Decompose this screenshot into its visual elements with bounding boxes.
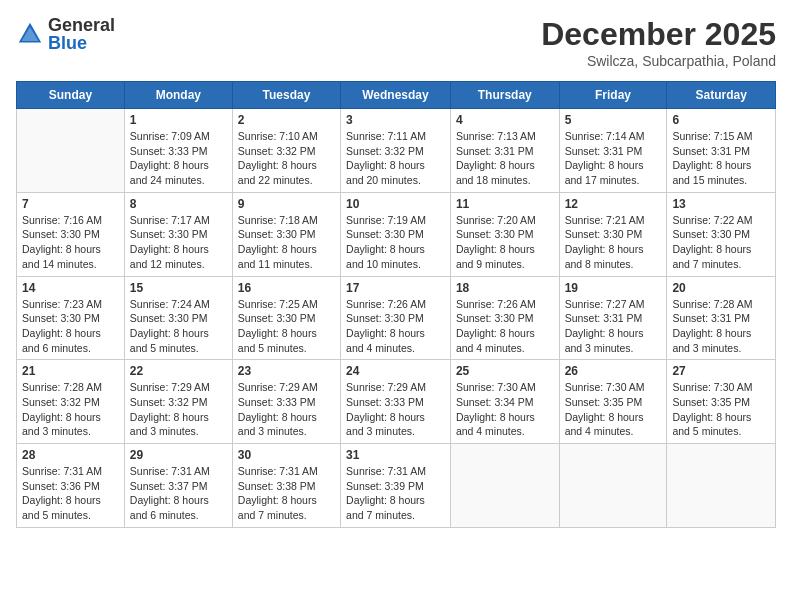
day-info: Sunrise: 7:31 AM Sunset: 3:38 PM Dayligh…: [238, 464, 335, 523]
day-info: Sunrise: 7:30 AM Sunset: 3:35 PM Dayligh…: [672, 380, 770, 439]
calendar-cell: [450, 444, 559, 528]
day-info: Sunrise: 7:28 AM Sunset: 3:32 PM Dayligh…: [22, 380, 119, 439]
calendar-cell: 16Sunrise: 7:25 AM Sunset: 3:30 PM Dayli…: [232, 276, 340, 360]
calendar-cell: 24Sunrise: 7:29 AM Sunset: 3:33 PM Dayli…: [341, 360, 451, 444]
day-number: 21: [22, 364, 119, 378]
day-info: Sunrise: 7:29 AM Sunset: 3:32 PM Dayligh…: [130, 380, 227, 439]
day-info: Sunrise: 7:29 AM Sunset: 3:33 PM Dayligh…: [346, 380, 445, 439]
calendar-cell: 2Sunrise: 7:10 AM Sunset: 3:32 PM Daylig…: [232, 109, 340, 193]
calendar-cell: 15Sunrise: 7:24 AM Sunset: 3:30 PM Dayli…: [124, 276, 232, 360]
day-number: 7: [22, 197, 119, 211]
day-number: 13: [672, 197, 770, 211]
day-number: 28: [22, 448, 119, 462]
day-number: 4: [456, 113, 554, 127]
day-number: 27: [672, 364, 770, 378]
calendar-cell: 1Sunrise: 7:09 AM Sunset: 3:33 PM Daylig…: [124, 109, 232, 193]
day-number: 20: [672, 281, 770, 295]
day-info: Sunrise: 7:18 AM Sunset: 3:30 PM Dayligh…: [238, 213, 335, 272]
day-info: Sunrise: 7:16 AM Sunset: 3:30 PM Dayligh…: [22, 213, 119, 272]
day-info: Sunrise: 7:10 AM Sunset: 3:32 PM Dayligh…: [238, 129, 335, 188]
calendar-cell: [667, 444, 776, 528]
calendar-cell: 9Sunrise: 7:18 AM Sunset: 3:30 PM Daylig…: [232, 192, 340, 276]
day-info: Sunrise: 7:26 AM Sunset: 3:30 PM Dayligh…: [346, 297, 445, 356]
day-number: 25: [456, 364, 554, 378]
day-number: 26: [565, 364, 662, 378]
calendar-cell: 13Sunrise: 7:22 AM Sunset: 3:30 PM Dayli…: [667, 192, 776, 276]
day-number: 31: [346, 448, 445, 462]
calendar-cell: 6Sunrise: 7:15 AM Sunset: 3:31 PM Daylig…: [667, 109, 776, 193]
weekday-header: Wednesday: [341, 82, 451, 109]
logo-blue-text: Blue: [48, 34, 115, 52]
day-number: 1: [130, 113, 227, 127]
day-number: 15: [130, 281, 227, 295]
day-info: Sunrise: 7:13 AM Sunset: 3:31 PM Dayligh…: [456, 129, 554, 188]
weekday-header-row: SundayMondayTuesdayWednesdayThursdayFrid…: [17, 82, 776, 109]
weekday-header: Saturday: [667, 82, 776, 109]
day-info: Sunrise: 7:26 AM Sunset: 3:30 PM Dayligh…: [456, 297, 554, 356]
day-number: 19: [565, 281, 662, 295]
logo-general-text: General: [48, 16, 115, 34]
day-info: Sunrise: 7:30 AM Sunset: 3:34 PM Dayligh…: [456, 380, 554, 439]
day-number: 23: [238, 364, 335, 378]
day-info: Sunrise: 7:30 AM Sunset: 3:35 PM Dayligh…: [565, 380, 662, 439]
day-info: Sunrise: 7:19 AM Sunset: 3:30 PM Dayligh…: [346, 213, 445, 272]
title-block: December 2025 Swilcza, Subcarpathia, Pol…: [541, 16, 776, 69]
day-number: 2: [238, 113, 335, 127]
weekday-header: Sunday: [17, 82, 125, 109]
day-number: 6: [672, 113, 770, 127]
day-number: 12: [565, 197, 662, 211]
calendar-week-row: 7Sunrise: 7:16 AM Sunset: 3:30 PM Daylig…: [17, 192, 776, 276]
weekday-header: Tuesday: [232, 82, 340, 109]
day-number: 18: [456, 281, 554, 295]
weekday-header: Monday: [124, 82, 232, 109]
day-info: Sunrise: 7:28 AM Sunset: 3:31 PM Dayligh…: [672, 297, 770, 356]
day-info: Sunrise: 7:31 AM Sunset: 3:39 PM Dayligh…: [346, 464, 445, 523]
calendar-cell: 27Sunrise: 7:30 AM Sunset: 3:35 PM Dayli…: [667, 360, 776, 444]
logo-icon: [16, 20, 44, 48]
day-number: 10: [346, 197, 445, 211]
day-number: 29: [130, 448, 227, 462]
calendar-cell: 30Sunrise: 7:31 AM Sunset: 3:38 PM Dayli…: [232, 444, 340, 528]
calendar-cell: [17, 109, 125, 193]
weekday-header: Thursday: [450, 82, 559, 109]
day-number: 30: [238, 448, 335, 462]
day-info: Sunrise: 7:09 AM Sunset: 3:33 PM Dayligh…: [130, 129, 227, 188]
day-number: 3: [346, 113, 445, 127]
logo: General Blue: [16, 16, 115, 52]
calendar-cell: 21Sunrise: 7:28 AM Sunset: 3:32 PM Dayli…: [17, 360, 125, 444]
day-info: Sunrise: 7:11 AM Sunset: 3:32 PM Dayligh…: [346, 129, 445, 188]
page-header: General Blue December 2025 Swilcza, Subc…: [16, 16, 776, 69]
calendar-cell: 20Sunrise: 7:28 AM Sunset: 3:31 PM Dayli…: [667, 276, 776, 360]
calendar-cell: 23Sunrise: 7:29 AM Sunset: 3:33 PM Dayli…: [232, 360, 340, 444]
calendar-cell: 17Sunrise: 7:26 AM Sunset: 3:30 PM Dayli…: [341, 276, 451, 360]
calendar-cell: 28Sunrise: 7:31 AM Sunset: 3:36 PM Dayli…: [17, 444, 125, 528]
day-number: 9: [238, 197, 335, 211]
calendar-cell: 3Sunrise: 7:11 AM Sunset: 3:32 PM Daylig…: [341, 109, 451, 193]
calendar-cell: [559, 444, 667, 528]
day-info: Sunrise: 7:23 AM Sunset: 3:30 PM Dayligh…: [22, 297, 119, 356]
calendar-cell: 5Sunrise: 7:14 AM Sunset: 3:31 PM Daylig…: [559, 109, 667, 193]
calendar-cell: 11Sunrise: 7:20 AM Sunset: 3:30 PM Dayli…: [450, 192, 559, 276]
calendar-cell: 8Sunrise: 7:17 AM Sunset: 3:30 PM Daylig…: [124, 192, 232, 276]
calendar-week-row: 28Sunrise: 7:31 AM Sunset: 3:36 PM Dayli…: [17, 444, 776, 528]
calendar-table: SundayMondayTuesdayWednesdayThursdayFrid…: [16, 81, 776, 528]
day-info: Sunrise: 7:21 AM Sunset: 3:30 PM Dayligh…: [565, 213, 662, 272]
day-info: Sunrise: 7:27 AM Sunset: 3:31 PM Dayligh…: [565, 297, 662, 356]
day-number: 5: [565, 113, 662, 127]
calendar-cell: 4Sunrise: 7:13 AM Sunset: 3:31 PM Daylig…: [450, 109, 559, 193]
calendar-cell: 18Sunrise: 7:26 AM Sunset: 3:30 PM Dayli…: [450, 276, 559, 360]
day-info: Sunrise: 7:14 AM Sunset: 3:31 PM Dayligh…: [565, 129, 662, 188]
day-info: Sunrise: 7:25 AM Sunset: 3:30 PM Dayligh…: [238, 297, 335, 356]
day-info: Sunrise: 7:20 AM Sunset: 3:30 PM Dayligh…: [456, 213, 554, 272]
calendar-week-row: 1Sunrise: 7:09 AM Sunset: 3:33 PM Daylig…: [17, 109, 776, 193]
day-number: 14: [22, 281, 119, 295]
calendar-cell: 22Sunrise: 7:29 AM Sunset: 3:32 PM Dayli…: [124, 360, 232, 444]
day-info: Sunrise: 7:31 AM Sunset: 3:37 PM Dayligh…: [130, 464, 227, 523]
day-number: 16: [238, 281, 335, 295]
calendar-week-row: 14Sunrise: 7:23 AM Sunset: 3:30 PM Dayli…: [17, 276, 776, 360]
calendar-cell: 14Sunrise: 7:23 AM Sunset: 3:30 PM Dayli…: [17, 276, 125, 360]
calendar-cell: 10Sunrise: 7:19 AM Sunset: 3:30 PM Dayli…: [341, 192, 451, 276]
calendar-week-row: 21Sunrise: 7:28 AM Sunset: 3:32 PM Dayli…: [17, 360, 776, 444]
calendar-cell: 29Sunrise: 7:31 AM Sunset: 3:37 PM Dayli…: [124, 444, 232, 528]
day-info: Sunrise: 7:15 AM Sunset: 3:31 PM Dayligh…: [672, 129, 770, 188]
